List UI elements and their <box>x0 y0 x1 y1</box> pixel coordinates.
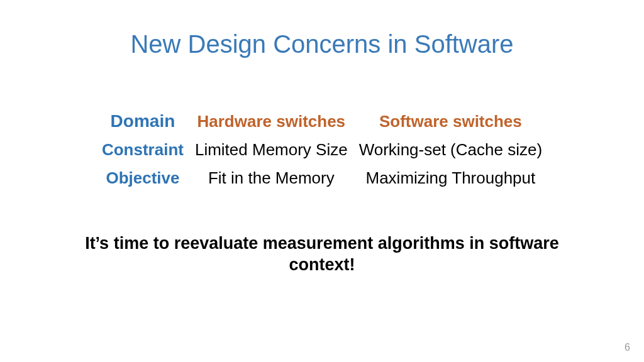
comparison-table-wrap: Domain Hardware switches Software switch… <box>0 102 644 197</box>
comparison-table: Domain Hardware switches Software switch… <box>91 102 553 197</box>
table-row: Constraint Limited Memory Size Working-s… <box>102 140 542 160</box>
page-number: 6 <box>625 342 630 353</box>
callout-text: It’s time to reevaluate measurement algo… <box>0 233 644 276</box>
table-row: Domain Hardware switches Software switch… <box>102 111 542 131</box>
cell-hw-constraint: Limited Memory Size <box>195 140 348 160</box>
cell-hw-objective: Fit in the Memory <box>195 168 348 188</box>
row-label-domain: Domain <box>102 111 184 131</box>
col-header-software: Software switches <box>359 111 542 131</box>
slide-title: New Design Concerns in Software <box>0 30 644 58</box>
row-label-constraint: Constraint <box>102 140 184 160</box>
cell-sw-constraint: Working-set (Cache size) <box>359 140 542 160</box>
row-label-objective: Objective <box>102 168 184 188</box>
cell-sw-objective: Maximizing Throughput <box>359 168 542 188</box>
table-row: Objective Fit in the Memory Maximizing T… <box>102 168 542 188</box>
col-header-hardware: Hardware switches <box>195 111 348 131</box>
